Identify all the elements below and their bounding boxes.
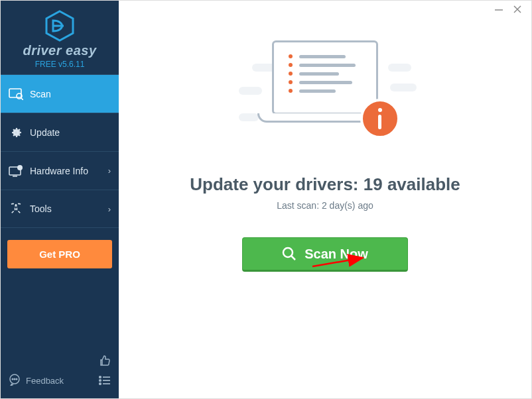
chevron-right-icon: › <box>108 166 111 176</box>
headline-prefix: Update your drivers: <box>190 174 364 194</box>
brand-name: driver easy <box>1 43 119 58</box>
info-icon <box>360 99 400 139</box>
sidebar-footer: Feedback <box>1 348 119 398</box>
sidebar-item-tools[interactable]: Tools › <box>1 190 119 228</box>
headline-suffix: available <box>383 174 460 194</box>
list-icon[interactable] <box>99 376 111 388</box>
sidebar-item-label: Scan <box>30 89 51 99</box>
sidebar-item-label: Update <box>30 127 60 138</box>
available-count: 19 <box>364 174 383 194</box>
sidebar: driver easy FREE v5.6.11 Scan Update i <box>1 1 119 398</box>
svg-point-14 <box>14 378 15 380</box>
scan-icon <box>9 87 23 101</box>
sidebar-item-update[interactable]: Update <box>1 113 119 151</box>
last-scan-label: Last scan: 2 day(s) ago <box>277 200 373 211</box>
feedback-label: Feedback <box>26 376 64 386</box>
computer-info-icon: i <box>9 164 23 178</box>
sidebar-item-scan[interactable]: Scan <box>1 74 119 113</box>
main-panel: Update your drivers: 19 available Last s… <box>119 1 531 398</box>
svg-line-7 <box>21 98 23 100</box>
svg-point-18 <box>100 380 101 381</box>
brand-logo-icon <box>44 10 76 42</box>
brand-area: driver easy FREE v5.6.11 <box>1 1 119 74</box>
svg-line-23 <box>292 256 296 260</box>
chat-icon <box>9 374 21 388</box>
magnify-icon <box>282 247 297 261</box>
chevron-right-icon: › <box>108 204 111 214</box>
svg-point-20 <box>100 383 101 384</box>
scan-now-button[interactable]: Scan Now <box>242 237 408 272</box>
svg-point-22 <box>283 248 293 257</box>
app-window: driver easy FREE v5.6.11 Scan Update i <box>1 1 531 398</box>
version-label: FREE v5.6.11 <box>1 60 119 69</box>
svg-point-15 <box>16 378 17 380</box>
thumbs-up-icon[interactable] <box>99 355 111 369</box>
sidebar-nav: Scan Update i Hardware Info › Tools <box>1 74 119 228</box>
feedback-button[interactable]: Feedback <box>9 374 64 388</box>
svg-point-16 <box>100 376 101 378</box>
get-pro-button[interactable]: Get PRO <box>7 240 112 268</box>
sidebar-item-hardware[interactable]: i Hardware Info › <box>1 151 119 190</box>
scan-button-label: Scan Now <box>304 247 368 262</box>
svg-point-13 <box>12 378 13 380</box>
headline: Update your drivers: 19 available <box>190 174 460 195</box>
gear-icon <box>9 125 23 140</box>
laptop-illustration <box>239 40 411 160</box>
sidebar-item-label: Hardware Info <box>30 166 88 176</box>
sidebar-item-label: Tools <box>30 203 52 214</box>
tools-icon <box>9 201 23 216</box>
